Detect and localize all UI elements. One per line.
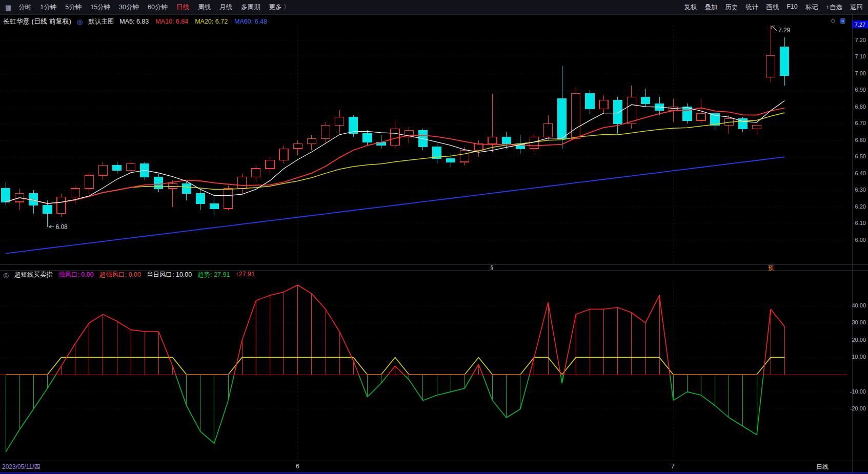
indicator-value-label: 超强风口: 0.00 xyxy=(99,271,141,279)
current-period-label: 日线 xyxy=(816,463,829,471)
event-marker: § xyxy=(490,264,493,271)
indicator-axis-label: 20.00 xyxy=(852,337,866,343)
bottom-border xyxy=(0,472,868,473)
indicator-axis-label: 30.00 xyxy=(852,319,866,325)
price-axis-label: 6.00 xyxy=(855,237,866,243)
price-axis-label: 7.10 xyxy=(855,53,866,59)
indicator-icon: ◎ xyxy=(3,271,9,279)
indicator-axis-label: 10.00 xyxy=(852,354,866,360)
price-axis-label: 6.70 xyxy=(855,120,866,126)
price-axis-label: 6.40 xyxy=(855,170,866,176)
price-axis-label: 6.80 xyxy=(855,104,866,110)
price-axis-label: 6.50 xyxy=(855,153,866,159)
indicator-axis-label: -10.00 xyxy=(850,388,866,395)
price-axis-label: 7.00 xyxy=(855,70,866,76)
indicator-value-label: 强风口: 0.00 xyxy=(58,271,94,279)
indicator-header: ◎ 超短线买卖指 强风口: 0.00超强风口: 0.00当日风口: 10.00趋… xyxy=(3,270,255,280)
price-axis-label: 7.20 xyxy=(855,37,866,43)
price-axis-label: 6.20 xyxy=(855,203,866,210)
price-axis-label: 6.30 xyxy=(855,187,866,193)
indicator-value-label: ↑27.91 xyxy=(235,271,255,279)
svg-text:6.08: 6.08 xyxy=(55,223,68,231)
indicator-axis-label: 40.00 xyxy=(852,302,866,308)
axis-date-label: 2023/05/11/四 xyxy=(2,463,41,471)
price-axis-label: 6.10 xyxy=(855,220,866,226)
trading-terminal-window: ▦ 分时1分钟5分钟15分钟30分钟60分钟日线周线月线多周期更多 〉 复权叠加… xyxy=(0,0,868,474)
month-label: 7 xyxy=(671,463,675,470)
svg-text:7.29: 7.29 xyxy=(778,27,791,34)
price-axis-label: 6.60 xyxy=(855,137,866,143)
indicator-value-label: 趋势: 27.91 xyxy=(197,271,230,279)
indicator-value-label: 当日风口: 10.00 xyxy=(147,271,192,279)
indicator-axis-label: -20.00 xyxy=(850,405,866,411)
event-marker: 预 xyxy=(768,264,774,272)
month-label: 6 xyxy=(296,463,299,470)
indicator-name[interactable]: 超短线买卖指 xyxy=(14,271,53,279)
indicator-values: 强风口: 0.00超强风口: 0.00当日风口: 10.00趋势: 27.91↑… xyxy=(58,271,255,279)
chart-canvas[interactable]: 7.296.08 xyxy=(0,0,868,474)
price-axis-label: 6.90 xyxy=(855,87,866,93)
